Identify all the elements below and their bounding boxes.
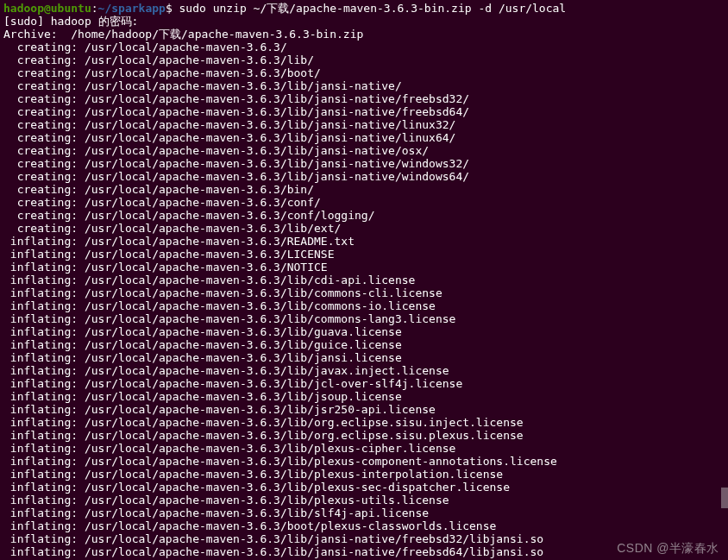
- unzip-entry: creating: /usr/local/apache-maven-3.6.3/…: [3, 144, 725, 157]
- unzip-entry: inflating: /usr/local/apache-maven-3.6.3…: [3, 416, 725, 429]
- unzip-entry: inflating: /usr/local/apache-maven-3.6.3…: [3, 429, 725, 442]
- unzip-entry: inflating: /usr/local/apache-maven-3.6.3…: [3, 299, 725, 312]
- unzip-entry: inflating: /usr/local/apache-maven-3.6.3…: [3, 312, 725, 325]
- unzip-entry: creating: /usr/local/apache-maven-3.6.3/: [3, 41, 725, 53]
- unzip-entry: inflating: /usr/local/apache-maven-3.6.3…: [3, 442, 725, 455]
- unzip-entry: creating: /usr/local/apache-maven-3.6.3/…: [3, 131, 725, 144]
- unzip-entry: creating: /usr/local/apache-maven-3.6.3/…: [3, 66, 725, 79]
- unzip-entry: inflating: /usr/local/apache-maven-3.6.3…: [3, 468, 725, 481]
- unzip-entry: inflating: /usr/local/apache-maven-3.6.3…: [3, 494, 725, 507]
- prompt-host: ubuntu: [51, 2, 91, 15]
- unzip-entry: creating: /usr/local/apache-maven-3.6.3/…: [3, 170, 725, 183]
- unzip-entry: inflating: /usr/local/apache-maven-3.6.3…: [3, 519, 725, 532]
- unzip-entry: inflating: /usr/local/apache-maven-3.6.3…: [3, 274, 725, 286]
- scrollbar-thumb[interactable]: [721, 488, 728, 508]
- prompt-dollar: $: [166, 2, 179, 15]
- unzip-entry: creating: /usr/local/apache-maven-3.6.3/…: [3, 53, 725, 66]
- sudo-password-prompt: [sudo] hadoop 的密码:: [3, 15, 725, 28]
- prompt-colon: :: [91, 2, 98, 15]
- unzip-entry: inflating: /usr/local/apache-maven-3.6.3…: [3, 351, 725, 364]
- unzip-entry: inflating: /usr/local/apache-maven-3.6.3…: [3, 481, 725, 494]
- unzip-entry: inflating: /usr/local/apache-maven-3.6.3…: [3, 390, 725, 403]
- unzip-entry: inflating: /usr/local/apache-maven-3.6.3…: [3, 248, 725, 261]
- unzip-entry: creating: /usr/local/apache-maven-3.6.3/…: [3, 118, 725, 131]
- unzip-entry: creating: /usr/local/apache-maven-3.6.3/…: [3, 79, 725, 92]
- unzip-entry: inflating: /usr/local/apache-maven-3.6.3…: [3, 455, 725, 468]
- unzip-entry: creating: /usr/local/apache-maven-3.6.3/…: [3, 183, 725, 196]
- unzip-entry: creating: /usr/local/apache-maven-3.6.3/…: [3, 157, 725, 170]
- command-text: sudo unzip ~/下载/apache-maven-3.6.3-bin.z…: [179, 2, 567, 15]
- unzip-entries: creating: /usr/local/apache-maven-3.6.3/…: [3, 41, 725, 558]
- unzip-entry: inflating: /usr/local/apache-maven-3.6.3…: [3, 403, 725, 416]
- prompt-at: @: [44, 2, 51, 15]
- unzip-entry: inflating: /usr/local/apache-maven-3.6.3…: [3, 338, 725, 351]
- prompt-path: ~/sparkapp: [98, 2, 166, 15]
- archive-line: Archive: /home/hadoop/下载/apache-maven-3.…: [3, 28, 725, 41]
- prompt-user: hadoop: [3, 2, 44, 15]
- unzip-entry: creating: /usr/local/apache-maven-3.6.3/…: [3, 92, 725, 105]
- watermark: CSDN @半濠春水: [617, 542, 719, 555]
- unzip-entry: inflating: /usr/local/apache-maven-3.6.3…: [3, 377, 725, 390]
- unzip-entry: creating: /usr/local/apache-maven-3.6.3/…: [3, 222, 725, 235]
- unzip-entry: inflating: /usr/local/apache-maven-3.6.3…: [3, 261, 725, 274]
- unzip-entry: creating: /usr/local/apache-maven-3.6.3/…: [3, 209, 725, 222]
- unzip-entry: creating: /usr/local/apache-maven-3.6.3/…: [3, 196, 725, 209]
- terminal-output[interactable]: hadoop@ubuntu:~/sparkapp$ sudo unzip ~/下…: [3, 2, 725, 558]
- prompt-line: hadoop@ubuntu:~/sparkapp$ sudo unzip ~/下…: [3, 2, 725, 15]
- unzip-entry: inflating: /usr/local/apache-maven-3.6.3…: [3, 235, 725, 248]
- unzip-entry: inflating: /usr/local/apache-maven-3.6.3…: [3, 507, 725, 519]
- unzip-entry: creating: /usr/local/apache-maven-3.6.3/…: [3, 105, 725, 118]
- unzip-entry: inflating: /usr/local/apache-maven-3.6.3…: [3, 325, 725, 338]
- unzip-entry: inflating: /usr/local/apache-maven-3.6.3…: [3, 286, 725, 299]
- unzip-entry: inflating: /usr/local/apache-maven-3.6.3…: [3, 364, 725, 377]
